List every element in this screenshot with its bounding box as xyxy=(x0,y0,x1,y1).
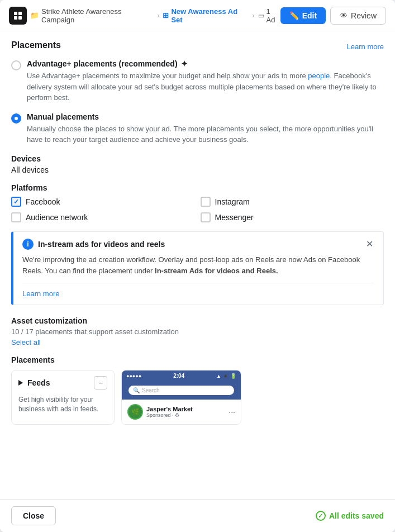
platforms-section: Platforms Facebook Instagram Audience ne… xyxy=(11,183,384,222)
placements-cards-title: Placements xyxy=(11,355,384,364)
footer: Close ✓ All edits saved xyxy=(0,499,395,532)
messenger-checkbox[interactable] xyxy=(201,212,211,222)
search-placeholder: Search xyxy=(142,387,160,393)
devices-value: All devices xyxy=(11,165,384,174)
top-bar-actions: ✏️ Edit 👁 Review xyxy=(280,7,386,25)
info-banner-title: In-stream ads for videos and reels xyxy=(38,240,360,249)
info-banner-learn-more[interactable]: Learn more xyxy=(22,289,59,298)
platform-facebook[interactable]: Facebook xyxy=(11,197,195,207)
advantage-radio[interactable] xyxy=(11,60,21,70)
breadcrumb-ad[interactable]: ▭ 1 Ad xyxy=(258,7,280,24)
audience-network-label: Audience network xyxy=(26,213,88,222)
platform-audience-network[interactable]: Audience network xyxy=(11,212,195,222)
asset-customization-section: Asset customization 10 / 17 placements t… xyxy=(11,316,384,346)
edit-icon: ✏️ xyxy=(289,11,299,20)
breadcrumb: 📁 Strike Athlete Awareness Campaign › ⊞ … xyxy=(30,7,280,24)
feeds-card-desc: Get high visibility for your business wi… xyxy=(12,395,114,420)
saved-status: ✓ All edits saved xyxy=(316,511,384,521)
feed-post-avatar-row: 🌿 Jasper's Market Sponsored · ♻ xyxy=(127,404,193,420)
feed-avatar-inner: 🌿 xyxy=(129,405,142,419)
people-link[interactable]: people xyxy=(308,72,330,80)
feeds-card-title: Feeds xyxy=(27,378,50,387)
feed-post: 🌿 Jasper's Market Sponsored · ♻ ··· xyxy=(122,400,241,424)
ad-icon: ▭ xyxy=(258,12,264,20)
advantage-option[interactable]: Advantage+ placements (recommended) ✦ Us… xyxy=(11,59,384,103)
advantage-label: Advantage+ placements (recommended) ✦ xyxy=(27,59,384,68)
select-all-link[interactable]: Select all xyxy=(11,338,384,346)
advantage-option-content: Advantage+ placements (recommended) ✦ Us… xyxy=(27,59,384,103)
feed-more-icon[interactable]: ··· xyxy=(229,407,235,416)
top-bar: 📁 Strike Athlete Awareness Campaign › ⊞ … xyxy=(0,0,395,31)
saved-status-text: All edits saved xyxy=(329,511,384,520)
breadcrumb-campaign[interactable]: 📁 Strike Athlete Awareness Campaign xyxy=(30,7,154,24)
search-icon: 🔍 xyxy=(133,387,140,393)
feeds-card: Feeds − Get high visibility for your bus… xyxy=(11,370,115,425)
ai-sparkle-icon: ✦ xyxy=(181,59,188,68)
feeds-minus-button[interactable]: − xyxy=(94,376,107,390)
phone-status: ●●●●● xyxy=(126,373,141,379)
manual-radio[interactable] xyxy=(11,113,21,124)
edit-button[interactable]: ✏️ Edit xyxy=(280,7,326,24)
feed-post-meta: Jasper's Market Sponsored · ♻ xyxy=(146,406,193,418)
breadcrumb-sep-1: › xyxy=(157,12,159,20)
grid-icon xyxy=(14,12,22,20)
info-banner-close-button[interactable]: ✕ xyxy=(365,239,374,250)
instagram-checkbox[interactable] xyxy=(201,197,211,207)
devices-section: Devices All devices xyxy=(11,154,384,174)
manual-label: Manual placements xyxy=(27,112,384,121)
close-button[interactable]: Close xyxy=(11,506,56,525)
advantage-desc: Use Advantage+ placements to maximize yo… xyxy=(27,70,384,103)
expand-icon xyxy=(18,380,23,386)
asset-customization-title: Asset customization xyxy=(11,316,384,325)
campaign-icon: 📁 xyxy=(30,11,39,20)
feed-post-header: 🌿 Jasper's Market Sponsored · ♻ ··· xyxy=(127,404,235,420)
manual-option-content: Manual placements Manually choose the pl… xyxy=(27,112,384,145)
review-button[interactable]: 👁 Review xyxy=(330,7,386,25)
feeds-title-row: Feeds xyxy=(18,378,50,387)
feed-avatar: 🌿 xyxy=(127,404,143,420)
facebook-label: Facebook xyxy=(26,197,60,206)
check-icon: ✓ xyxy=(316,511,326,521)
placements-title: Placements xyxy=(11,40,61,50)
placements-learn-more[interactable]: Learn more xyxy=(347,42,384,51)
info-banner-divider xyxy=(22,283,374,283)
fb-search-bar-area: 🔍 Search xyxy=(122,381,241,400)
platforms-label: Platforms xyxy=(11,183,384,192)
main-content: Placements Learn more Advantage+ placeme… xyxy=(0,31,395,499)
platform-instagram[interactable]: Instagram xyxy=(201,197,384,207)
preview-card: ●●●●● 2:04 ▲ ◾ 🔋 🔍 Search xyxy=(121,370,241,425)
manual-desc: Manually choose the places to show your … xyxy=(27,124,384,145)
breadcrumb-adset[interactable]: ⊞ New Awareness Ad Set xyxy=(163,7,249,24)
phone-search-bar[interactable]: 🔍 Search xyxy=(129,386,234,395)
breadcrumb-area: 📁 Strike Athlete Awareness Campaign › ⊞ … xyxy=(9,7,280,25)
phone-time: 2:04 xyxy=(173,373,184,379)
devices-label: Devices xyxy=(11,154,384,163)
feed-post-sponsored: Sponsored · ♻ xyxy=(146,412,193,418)
feed-post-name: Jasper's Market xyxy=(146,406,193,412)
adset-icon: ⊞ xyxy=(163,11,169,20)
messenger-label: Messenger xyxy=(215,213,254,222)
phone-header: ●●●●● 2:04 ▲ ◾ 🔋 xyxy=(122,370,241,381)
audience-network-checkbox[interactable] xyxy=(11,212,21,222)
feeds-card-header: Feeds − xyxy=(12,370,114,395)
info-banner: i In-stream ads for videos and reels ✕ W… xyxy=(11,231,384,306)
sidebar-toggle-button[interactable] xyxy=(9,7,27,25)
facebook-checkbox[interactable] xyxy=(11,197,21,207)
eye-icon: 👁 xyxy=(340,11,348,20)
manual-option[interactable]: Manual placements Manually choose the pl… xyxy=(11,112,384,145)
phone-icons: ▲ ◾ 🔋 xyxy=(216,373,236,379)
placements-section: Placements Feeds − Get high visibility f… xyxy=(11,355,384,425)
platform-messenger[interactable]: Messenger xyxy=(201,212,384,222)
info-banner-header: i In-stream ads for videos and reels ✕ xyxy=(22,239,374,250)
platforms-grid: Facebook Instagram Audience network Mess… xyxy=(11,197,384,222)
placement-cards-row: Feeds − Get high visibility for your bus… xyxy=(11,370,384,425)
info-icon: i xyxy=(22,239,34,250)
asset-customization-desc: 10 / 17 placements that support asset cu… xyxy=(11,327,384,336)
feed-leaf-icon: 🌿 xyxy=(131,408,140,416)
instagram-label: Instagram xyxy=(215,197,250,206)
placements-header: Placements Learn more xyxy=(11,40,384,53)
breadcrumb-sep-2: › xyxy=(253,12,255,20)
info-banner-body: We're improving the ad creation workflow… xyxy=(22,254,374,278)
